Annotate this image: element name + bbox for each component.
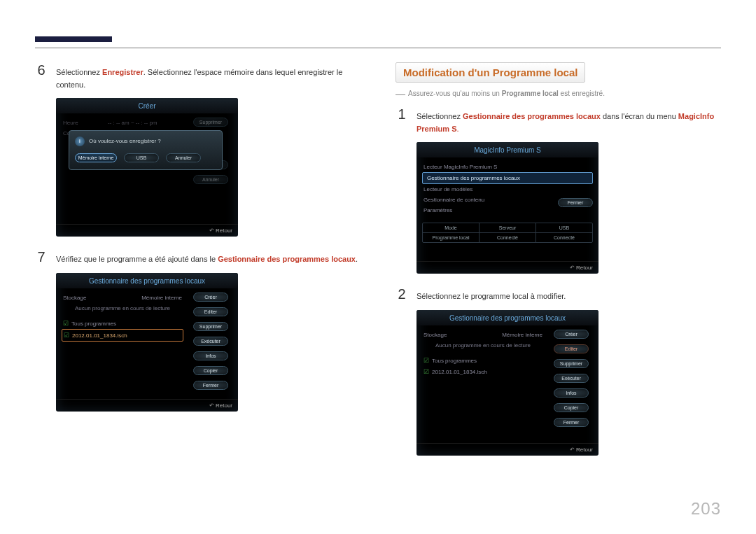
screen-gestionnaire-right: Gestionnaire des programmes locaux Créer… — [416, 310, 598, 456]
menu-item[interactable]: Lecteur MagicInfo Premium S — [422, 162, 593, 172]
step-number: 6 — [35, 62, 48, 91]
fermer-button[interactable]: Fermer — [558, 198, 593, 207]
page-header-rule — [35, 28, 721, 48]
step-number: 2 — [396, 286, 408, 303]
screen-creer: Créer Heure -- : -- am ~ -- : -- pm Cont… — [56, 98, 238, 237]
menu-item-selected[interactable]: Gestionnaire des programmes locaux — [422, 172, 593, 184]
step-2: 2 Sélectionnez le programme local à modi… — [396, 286, 721, 303]
step-7: 7 Vérifiez que le programme a été ajouté… — [35, 249, 360, 266]
screen-footer: Retour — [416, 261, 598, 274]
step-text: Sélectionnez Enregistrer. Sélectionnez l… — [56, 62, 360, 91]
editer-button-highlight[interactable]: Editer — [554, 344, 589, 353]
cancel-button[interactable]: Annuler — [193, 175, 228, 184]
suppr-button[interactable]: Supprimer — [554, 359, 589, 368]
status-table: Mode Serveur USB Programme local Connect… — [422, 223, 593, 243]
step-text: Vérifiez que le programme a été ajouté d… — [56, 249, 360, 266]
menu-item[interactable]: Lecteur de modèles — [422, 184, 593, 195]
suppr-button[interactable]: Supprimer — [193, 322, 228, 331]
step-text: Sélectionnez le programme local à modifi… — [416, 286, 721, 303]
page-number: 203 — [691, 499, 721, 519]
step-number: 1 — [396, 106, 408, 135]
infos-button[interactable]: Infos — [193, 351, 228, 360]
screen-title: Créer — [56, 98, 238, 113]
fermer-button[interactable]: Fermer — [193, 381, 228, 390]
usb-button[interactable]: USB — [124, 153, 159, 162]
screen-gestionnaire-left: Gestionnaire des programmes locaux Créer… — [56, 273, 238, 412]
editer-button[interactable]: Editer — [193, 307, 228, 316]
step-1: 1 Sélectionnez Gestionnaire des programm… — [396, 106, 721, 135]
screen-footer: Retour — [56, 399, 238, 412]
exec-button[interactable]: Exécuter — [193, 337, 228, 346]
screen-footer: Retour — [416, 443, 598, 456]
save-dialog: iOù voulez-vous enregistrer ? Mémoire in… — [69, 130, 223, 170]
creer-button[interactable]: Créer — [554, 330, 589, 339]
screen-title: Gestionnaire des programmes locaux — [56, 273, 238, 288]
delete-button[interactable]: Supprimer — [193, 118, 228, 127]
step-text: Sélectionnez Gestionnaire des programmes… — [416, 106, 721, 135]
screen-magicinfo-menu: MagicInfo Premium S Lecteur MagicInfo Pr… — [416, 142, 598, 274]
screen-title: MagicInfo Premium S — [416, 142, 598, 157]
section-heading: Modification d'un Programme local — [396, 62, 585, 83]
program-file-selected[interactable]: 2012.01.01_1834.lsch — [62, 329, 183, 342]
copier-button[interactable]: Copier — [193, 366, 228, 375]
note: ―Assurez-vous qu'au moins un Programme l… — [396, 88, 721, 99]
step-number: 7 — [35, 249, 48, 266]
fermer-button[interactable]: Fermer — [554, 418, 589, 427]
info-icon: i — [75, 136, 85, 146]
dialog-cancel-button[interactable]: Annuler — [166, 153, 201, 162]
copier-button[interactable]: Copier — [554, 403, 589, 412]
creer-button[interactable]: Créer — [193, 293, 228, 302]
right-column: Modification d'un Programme local ―Assur… — [396, 62, 721, 468]
left-column: 6 Sélectionnez Enregistrer. Sélectionnez… — [35, 62, 360, 468]
mem-internal-button[interactable]: Mémoire interne — [75, 153, 117, 162]
step-6: 6 Sélectionnez Enregistrer. Sélectionnez… — [35, 62, 360, 91]
screen-footer: Retour — [56, 224, 238, 237]
exec-button[interactable]: Exécuter — [554, 374, 589, 383]
screen-title: Gestionnaire des programmes locaux — [416, 310, 598, 325]
infos-button[interactable]: Infos — [554, 388, 589, 398]
